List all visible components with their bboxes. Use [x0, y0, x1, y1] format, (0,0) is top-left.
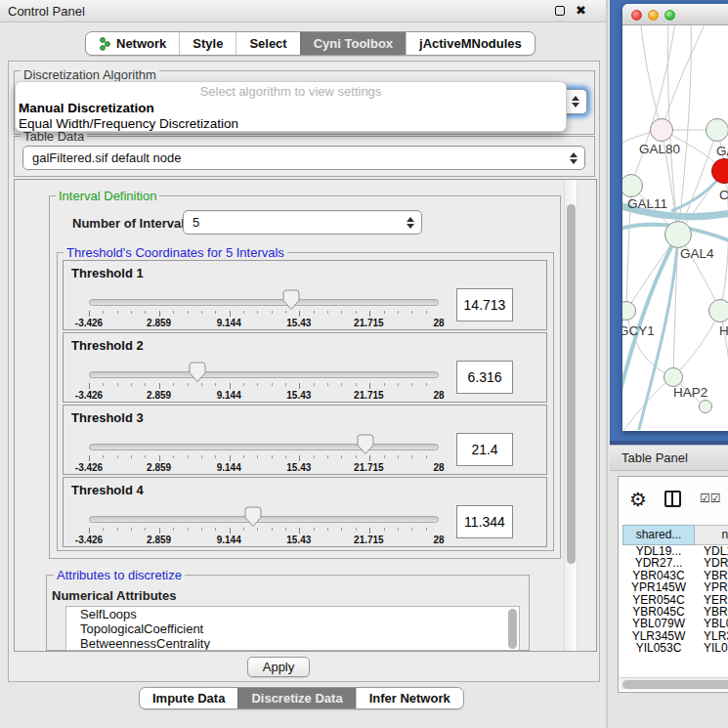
list-item[interactable]: TopologicalCoefficient — [66, 621, 519, 636]
network-node-gal4[interactable] — [664, 221, 692, 248]
slider-track[interactable] — [89, 516, 439, 523]
number-of-intervals-label: Number of Intervals — [72, 216, 192, 231]
tab-style-label: Style — [193, 32, 223, 55]
slider-tick-labels: -3.426 2.859 9.144 15.43 21.715 28 — [89, 390, 439, 402]
zoom-button[interactable] — [664, 10, 675, 21]
numerical-attributes-label: Numerical Attributes — [52, 588, 176, 603]
cell: YBL0 — [695, 618, 728, 629]
slider-ruler — [89, 383, 439, 389]
tab-infer-network[interactable]: Infer Network — [356, 688, 463, 708]
slider-track[interactable] — [89, 444, 439, 450]
tick-label: 15.43 — [286, 390, 311, 401]
list-item[interactable]: BetweennessCentrality — [66, 636, 519, 651]
tick-label: 21.715 — [354, 390, 384, 401]
threshold-3-value-field[interactable]: 21.4 — [456, 433, 513, 466]
number-of-intervals-combobox[interactable]: 5 — [183, 210, 422, 235]
cell: YPR1 — [695, 581, 728, 593]
threshold-2-slider: -3.426 2.859 9.144 15.43 21.715 28 — [89, 362, 439, 403]
slider-thumb[interactable] — [357, 434, 374, 455]
slider-thumb[interactable] — [189, 362, 206, 383]
table-row[interactable]: YBL079WYBL0 — [622, 618, 728, 629]
tick-label: 21.715 — [354, 318, 384, 328]
network-window: GAL80 GA C GAL11 GAL4 GCY1 H HAP2 — [622, 4, 728, 431]
number-of-intervals-value: 5 — [193, 211, 199, 235]
slider-track[interactable] — [89, 371, 439, 378]
tick-label: 9.144 — [217, 462, 241, 473]
tab-jactivemnodules-label: jActiveMNodules — [419, 32, 522, 55]
threshold-3-label: Threshold 3 — [71, 410, 144, 425]
network-node-h[interactable] — [708, 299, 728, 322]
slider-ruler — [89, 455, 439, 461]
slider-track[interactable] — [89, 299, 439, 306]
slider-thumb[interactable] — [282, 289, 300, 311]
cell: YPR145W — [622, 581, 695, 593]
columns-icon[interactable] — [664, 491, 681, 507]
algorithm-dropdown-popup: Select algorithm to view settings Manual… — [15, 81, 567, 132]
node-label-gcy1: GCY1 — [622, 323, 655, 338]
tick-label: 28 — [433, 462, 444, 473]
cell: YBL079W — [622, 618, 695, 629]
tab-discretize-data[interactable]: Discretize Data — [237, 688, 355, 708]
table-hscrollbar-track[interactable] — [620, 677, 728, 690]
tab-cyni-toolbox-label: Cyni Toolbox — [314, 32, 393, 55]
threshold-1-value-field[interactable]: 14.713 — [456, 288, 513, 321]
table-row[interactable]: YIL053CYIL0 — [622, 642, 728, 654]
list-item[interactable]: SelfLoops — [66, 607, 519, 621]
control-panel-title: Control Panel — [8, 4, 85, 19]
threshold-2-value-field[interactable]: 6.316 — [456, 361, 513, 394]
column-header-name[interactable]: name — [695, 525, 728, 545]
gear-icon[interactable]: ⚙ — [629, 488, 647, 511]
network-desktop-background: GAL80 GA C GAL11 GAL4 GCY1 H HAP2 — [610, 0, 728, 445]
tab-infer-network-label: Infer Network — [369, 688, 450, 708]
tick-label: -3.426 — [75, 318, 103, 328]
slider-tick-labels: -3.426 2.859 9.144 15.43 21.715 28 — [89, 535, 439, 546]
tick-label: 2.859 — [147, 318, 171, 328]
network-canvas[interactable]: GAL80 GA C GAL11 GAL4 GCY1 H HAP2 — [622, 25, 728, 430]
apply-button[interactable]: Apply — [247, 657, 310, 677]
column-header-shared-name[interactable]: shared... — [622, 525, 695, 545]
tab-style[interactable]: Style — [179, 32, 236, 55]
minimize-button[interactable] — [648, 10, 659, 21]
tab-select[interactable]: Select — [236, 32, 299, 55]
tab-impute-data[interactable]: Impute Data — [140, 688, 237, 708]
threshold-2-label: Threshold 2 — [71, 338, 144, 353]
threshold-row-3: Threshold 3 -3.426 2.859 9.144 15.43 21 — [63, 405, 547, 475]
node-label-cut-c: C — [719, 188, 728, 202]
tab-select-label: Select — [249, 32, 286, 55]
tick-label: 2.859 — [147, 535, 171, 545]
discretize-settings-scrollpane: Interval Definition Number of Intervals … — [14, 179, 597, 652]
table-row[interactable]: YPR145WYPR1 — [622, 581, 728, 593]
network-node-gal80[interactable] — [650, 118, 673, 142]
slider-tick-labels: -3.426 2.859 9.144 15.43 21.715 28 — [89, 318, 439, 329]
table-row[interactable]: YDR27...YDR2 — [622, 557, 728, 569]
float-window-icon[interactable] — [555, 6, 565, 16]
panel-scrollbar-track[interactable] — [564, 180, 578, 651]
table-data-combobox[interactable]: galFiltered.sif default node — [22, 146, 585, 170]
algorithm-group-title: Discretization Algorithm — [21, 67, 159, 82]
cell: YIL053C — [622, 642, 695, 654]
dropdown-option-manual[interactable]: Manual Discretization — [16, 101, 566, 116]
interval-definition-title: Interval Definition — [56, 189, 159, 203]
dropdown-option-equal-width[interactable]: Equal Width/Frequency Discretization — [16, 116, 566, 132]
network-node-hap2[interactable] — [664, 367, 683, 387]
threshold-row-4: Threshold 4 -3.426 2.859 9.144 15.43 21 — [63, 477, 547, 547]
panel-scrollbar-thumb[interactable] — [567, 204, 576, 564]
threshold-1-slider: -3.426 2.859 9.144 15.43 21.715 28 — [89, 289, 439, 330]
slider-thumb[interactable] — [244, 506, 262, 528]
list-scrollbar[interactable] — [508, 609, 517, 649]
table-hscrollbar-thumb[interactable] — [622, 680, 728, 689]
tab-network[interactable]: Network — [86, 32, 179, 55]
select-columns-checkboxes-icon[interactable]: ☑☑ — [700, 492, 721, 505]
cell: YDR2 — [695, 557, 728, 569]
network-node-top-right[interactable] — [706, 118, 728, 142]
tick-label: -3.426 — [75, 535, 103, 545]
network-node-bottom[interactable] — [699, 400, 712, 413]
tab-cyni-toolbox[interactable]: Cyni Toolbox — [300, 32, 406, 55]
combobox-arrows-icon — [570, 152, 578, 164]
tick-label: 2.859 — [147, 462, 171, 473]
threshold-4-value-field[interactable]: 11.344 — [456, 505, 513, 538]
network-window-titlebar — [622, 4, 728, 25]
close-button[interactable] — [631, 10, 642, 21]
tab-jactivemnodules[interactable]: jActiveMNodules — [406, 32, 535, 55]
close-icon[interactable]: ✖ — [576, 3, 586, 18]
